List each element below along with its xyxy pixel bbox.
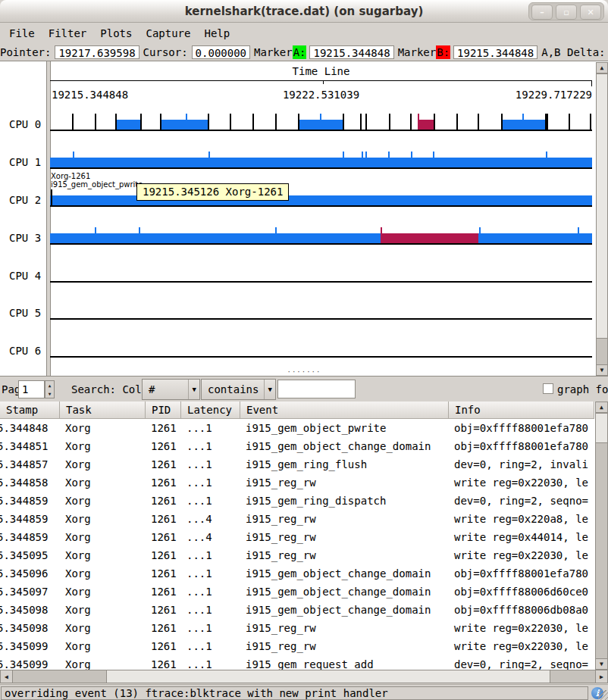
cell-pid: 1261: [146, 583, 181, 601]
titlebar[interactable]: kernelshark(trace.dat) (on sugarbay) – ▫…: [0, 0, 608, 23]
table-row[interactable]: 5.344859Xorg1261...1i915_gem_ring_dispat…: [0, 492, 608, 510]
cpu-row-2[interactable]: [50, 169, 592, 207]
task-bar[interactable]: [50, 195, 592, 205]
cpu-label-3: CPU 3: [9, 232, 41, 244]
cell-event: i915_gem_object_change_domain: [240, 583, 449, 601]
cell-stamp: 5.345098: [0, 601, 60, 619]
cell-pid: 1261: [146, 655, 181, 670]
table-row[interactable]: 5.345095Xorg1261...1i915_reg_rwwrite reg…: [0, 546, 608, 564]
window-title: kernelshark(trace.dat) (on sugarbay): [0, 0, 608, 23]
event-tick: [389, 114, 390, 130]
table-row[interactable]: 5.344859Xorg1261...4i915_reg_rwwrite reg…: [0, 510, 608, 528]
menu-item-filter[interactable]: Filter: [42, 25, 94, 42]
menu-item-plots[interactable]: Plots: [93, 25, 139, 42]
cell-event: i915_gem_object_pwrite: [240, 419, 449, 437]
cell-task: Xorg: [60, 492, 146, 510]
graph-scrollbar-thumb[interactable]: [596, 73, 608, 339]
cell-latency: ...4: [181, 528, 240, 546]
column-header-pid[interactable]: PID: [146, 402, 181, 419]
menu-item-help[interactable]: Help: [197, 25, 237, 42]
menu-item-file[interactable]: File: [2, 25, 42, 42]
event-list[interactable]: StampTaskPIDLatencyEventInfo 5.344848Xor…: [0, 402, 608, 670]
column-header-stamp[interactable]: Stamp: [0, 402, 60, 419]
cell-stamp: 5.344857: [0, 455, 60, 473]
cell-pid: 1261: [146, 601, 181, 619]
graph-vertical-scrollbar[interactable]: ▲ ▼: [596, 62, 608, 376]
table-row[interactable]: 5.345098Xorg1261...1i915_gem_object_chan…: [0, 601, 608, 619]
task-bar[interactable]: [50, 233, 592, 243]
page-spinbox[interactable]: 1: [18, 380, 45, 398]
table-row[interactable]: 5.345099Xorg1261...1i915_reg_rwwrite reg…: [0, 637, 608, 655]
menu-item-capture[interactable]: Capture: [139, 25, 197, 42]
close-button[interactable]: ✕: [580, 5, 601, 20]
table-row[interactable]: 5.345097Xorg1261...1i915_gem_object_chan…: [0, 583, 608, 601]
hscrollbar-thumb[interactable]: [106, 670, 550, 683]
table-row[interactable]: 5.345098Xorg1261...1i915_reg_rwwrite reg…: [0, 619, 608, 637]
event-tick-red: [418, 114, 419, 130]
cell-stamp: 5.344859: [0, 510, 60, 528]
event-tick-blue: [73, 152, 74, 167]
column-header-latency[interactable]: Latency: [181, 402, 240, 419]
column-header-task[interactable]: Task: [60, 402, 146, 419]
list-scroll-up-icon[interactable]: ▲: [595, 402, 608, 413]
maximize-button[interactable]: ▫: [556, 5, 577, 20]
timeline-graph-pane[interactable]: CPU 0CPU 1CPU 2CPU 3CPU 4CPU 5CPU 6 Time…: [0, 61, 608, 377]
graph-scroll-up-icon[interactable]: ▲: [596, 62, 608, 73]
event-tick: [569, 114, 570, 130]
minimize-button[interactable]: –: [531, 5, 553, 20]
search-input[interactable]: [277, 380, 356, 398]
scroll-left-icon[interactable]: ◀: [0, 670, 13, 683]
pane-splitter-handle[interactable]: ·······: [0, 369, 608, 377]
table-row[interactable]: 5.345099Xorg1261...1i915_gem_request_add…: [0, 655, 608, 670]
cpu-row-1[interactable]: [50, 131, 592, 169]
graph-follows-checkbox[interactable]: [543, 383, 553, 394]
event-tick-blue: [365, 152, 367, 167]
table-row[interactable]: 5.344851Xorg1261...1i915_gem_object_chan…: [0, 437, 608, 455]
cell-info: dev=0, ring=2, seqno=: [449, 492, 594, 510]
marker-a-value: 19215.344848: [309, 45, 393, 59]
table-row[interactable]: 5.344857Xorg1261...1i915_gem_ring_flushd…: [0, 455, 608, 473]
marker-a-badge[interactable]: A:: [293, 45, 307, 59]
task-bar[interactable]: [115, 120, 140, 130]
table-row[interactable]: 5.344858Xorg1261...1i915_reg_rwwrite reg…: [0, 473, 608, 492]
cpu-row-6[interactable]: [50, 320, 592, 358]
list-scrollbar-thumb[interactable]: [595, 413, 608, 443]
match-select[interactable]: contains ▼: [201, 379, 276, 400]
cpu-label-0: CPU 0: [9, 118, 41, 130]
list-scroll-down-icon[interactable]: ▼: [595, 658, 608, 670]
column-select[interactable]: # ▼: [142, 379, 200, 400]
event-tick: [365, 114, 367, 130]
event-tick: [72, 114, 74, 130]
resize-grip[interactable]: [598, 690, 608, 700]
spin-down-icon[interactable]: ▼: [49, 391, 52, 396]
column-header-info[interactable]: Info: [449, 402, 594, 419]
list-horizontal-scrollbar[interactable]: ◀ ▶: [0, 670, 608, 683]
event-tick: [140, 114, 142, 130]
cell-task: Xorg: [60, 510, 146, 528]
list-vertical-scrollbar[interactable]: ▲ ▼: [595, 402, 608, 670]
cpu-row-5[interactable]: [50, 282, 592, 320]
task-bar[interactable]: [160, 120, 208, 130]
table-row[interactable]: 5.344848Xorg1261...1i915_gem_object_pwri…: [0, 419, 608, 437]
table-row[interactable]: 5.345096Xorg1261...1i915_gem_object_chan…: [0, 564, 608, 583]
cpu-row-0[interactable]: [50, 93, 592, 131]
task-bar[interactable]: [50, 158, 592, 167]
match-select-value: contains: [208, 383, 259, 395]
cpu-label-6: CPU 6: [9, 345, 41, 357]
cell-info: dev=0, ring=2, seqno=: [449, 655, 594, 670]
column-header-event[interactable]: Event: [240, 402, 449, 419]
table-row[interactable]: 5.344859Xorg1261...4i915_reg_rwwrite reg…: [0, 528, 608, 546]
page-spinner[interactable]: ▲ ▼: [45, 380, 55, 398]
scroll-right-icon[interactable]: ▶: [595, 670, 608, 683]
spin-up-icon[interactable]: ▲: [49, 383, 52, 388]
task-bar-red[interactable]: [418, 120, 434, 130]
cpu-label-column: CPU 0CPU 1CPU 2CPU 3CPU 4CPU 5CPU 6: [0, 61, 46, 376]
cpu-label-2: CPU 2: [9, 194, 41, 206]
cpu-row-3[interactable]: [50, 207, 592, 245]
pointer-label: Pointer:: [0, 46, 51, 58]
marker-b-badge[interactable]: B:: [436, 45, 450, 59]
task-bar-red[interactable]: [381, 233, 478, 243]
cell-event: i915_gem_object_change_domain: [240, 564, 449, 583]
timeline-plot[interactable]: Time Line 19215.344848 19222.531039 1922…: [50, 61, 592, 376]
cpu-row-4[interactable]: [50, 245, 592, 283]
